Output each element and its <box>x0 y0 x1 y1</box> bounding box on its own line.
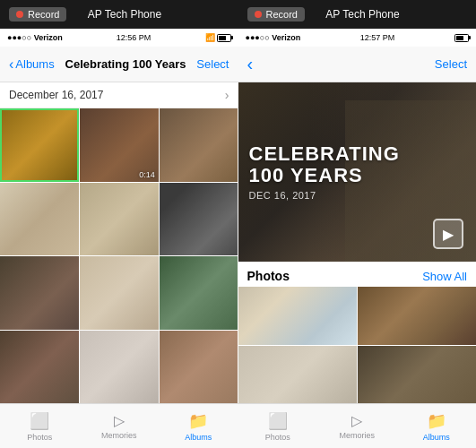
tab-photos-label-left: Photos <box>27 433 52 442</box>
tab-albums-label-left: Albums <box>185 433 212 442</box>
photos-section-header: Photos Show All <box>238 262 477 287</box>
back-label-left: Albums <box>15 57 54 71</box>
photo-cell-9[interactable] <box>160 256 238 330</box>
albums-icon-right: 📁 <box>427 411 446 431</box>
photo-cell-1[interactable] <box>0 108 79 182</box>
tab-photos-right[interactable]: ⬜ Photos <box>238 411 318 442</box>
video-duration: 0:14 <box>139 170 155 179</box>
battery-icon-right <box>454 34 469 42</box>
status-bar-right: ●●●○○ Verizon 12:57 PM <box>238 29 477 47</box>
photo-cell-5[interactable] <box>80 183 159 256</box>
photo-cell-7[interactable] <box>0 256 79 330</box>
photo-cell-2[interactable]: 0:14 <box>80 108 159 182</box>
back-button-right[interactable]: ‹ <box>247 54 254 74</box>
photo-cell-12[interactable] <box>160 331 238 404</box>
record-button-left[interactable]: Record <box>9 7 66 22</box>
photo-cell-3[interactable] <box>160 108 238 182</box>
tab-albums-label-right: Albums <box>423 433 450 442</box>
record-dot-right <box>255 11 262 18</box>
photo-thumb-2[interactable] <box>358 287 476 345</box>
nav-bar-right: ‹ Select <box>238 47 477 82</box>
memory-hero[interactable]: CELEBRATING 100 YEARS DEC 16, 2017 ▶ <box>238 82 477 262</box>
record-title-right: AP Tech Phone <box>325 8 399 21</box>
record-dot-left <box>16 11 23 18</box>
memory-title-date: DEC 16, 2017 <box>249 190 400 201</box>
photos-label: Photos <box>247 269 290 283</box>
left-phone: Record AP Tech Phone ●●●○○ Verizon 12:56… <box>0 0 238 448</box>
tab-bar-left: ⬜ Photos ▷ Memories 📁 Albums <box>0 403 238 448</box>
photo-thumb-1[interactable] <box>238 287 357 345</box>
date-text-left: December 16, 2017 <box>9 89 103 101</box>
back-chevron-left: ‹ <box>9 56 13 73</box>
memory-title-line2: 100 YEARS <box>249 165 400 186</box>
photo-row-2 <box>0 183 238 256</box>
photos-icon-right: ⬜ <box>268 411 288 431</box>
photo-cell-11[interactable] <box>80 331 159 404</box>
record-bar-right: Record AP Tech Phone <box>238 0 477 29</box>
time-right: 12:57 PM <box>360 33 395 42</box>
select-button-left[interactable]: Select <box>196 57 229 71</box>
record-bar-left: Record AP Tech Phone <box>0 0 238 29</box>
memories-icon-right: ▷ <box>351 412 362 429</box>
tab-photos-label-right: Photos <box>265 433 290 442</box>
tab-memories-left[interactable]: ▷ Memories <box>80 412 160 440</box>
memory-title-block: CELEBRATING 100 YEARS DEC 16, 2017 <box>249 143 400 201</box>
time-left: 12:56 PM <box>117 33 151 42</box>
tab-memories-label-left: Memories <box>101 431 137 440</box>
memories-icon-left: ▷ <box>114 412 125 429</box>
tab-photos-left[interactable]: ⬜ Photos <box>0 411 80 442</box>
record-button-right[interactable]: Record <box>247 7 305 22</box>
date-header-left: December 16, 2017 › <box>0 82 238 108</box>
albums-icon-left: 📁 <box>188 411 208 431</box>
photo-row-1: 0:14 <box>0 108 238 182</box>
tab-albums-right[interactable]: 📁 Albums <box>397 411 477 442</box>
memory-play-button[interactable]: ▶ <box>433 219 463 249</box>
status-bar-left: ●●●○○ Verizon 12:56 PM 📶 <box>0 29 238 47</box>
nav-bar-left: ‹ Albums Celebrating 100 Years Select <box>0 47 238 82</box>
carrier-left: ●●●○○ Verizon <box>7 33 63 42</box>
photos-icon-left: ⬜ <box>30 411 49 431</box>
photo-cell-8[interactable] <box>80 256 159 330</box>
record-label-left: Record <box>28 9 59 20</box>
photo-cell-10[interactable] <box>0 331 79 404</box>
record-label-right: Record <box>266 9 298 20</box>
photo-cell-4[interactable] <box>0 183 79 256</box>
tab-bar-right: ⬜ Photos ▷ Memories 📁 Albums <box>238 403 477 448</box>
photo-grid-right <box>238 287 477 403</box>
photo-row-3 <box>0 256 238 330</box>
photo-cell-6[interactable] <box>160 183 238 256</box>
show-all-button[interactable]: Show All <box>422 270 467 283</box>
carrier-right: ●●●○○ Verizon <box>246 33 301 42</box>
date-chevron-left: › <box>225 88 229 102</box>
battery-left: 📶 <box>205 33 231 42</box>
right-phone: Record AP Tech Phone ●●●○○ Verizon 12:57… <box>238 0 477 448</box>
select-button-right[interactable]: Select <box>435 57 467 71</box>
nav-title-left: Celebrating 100 Years <box>65 57 186 71</box>
memory-title-line1: CELEBRATING <box>249 143 400 165</box>
photo-grid-left: 0:14 <box>0 108 238 403</box>
tab-albums-left[interactable]: 📁 Albums <box>159 411 238 442</box>
tab-memories-right[interactable]: ▷ Memories <box>317 412 397 440</box>
photo-thumb-4[interactable] <box>358 346 476 404</box>
photo-thumb-3[interactable] <box>238 346 357 404</box>
back-button-left[interactable]: ‹ Albums <box>9 56 55 73</box>
battery-icon-left <box>217 34 231 42</box>
record-title-left: AP Tech Phone <box>88 8 161 21</box>
tab-memories-label-right: Memories <box>339 431 375 440</box>
battery-right <box>454 34 469 42</box>
photo-row-4 <box>0 331 238 404</box>
